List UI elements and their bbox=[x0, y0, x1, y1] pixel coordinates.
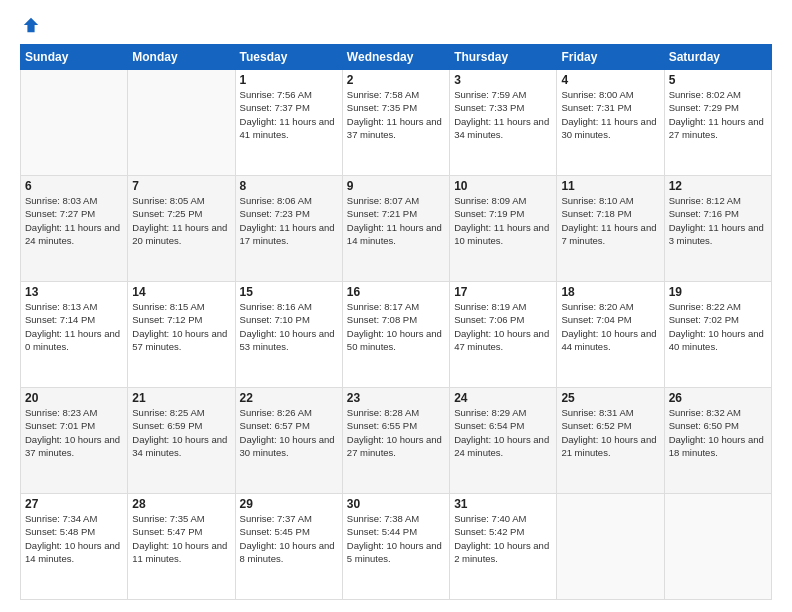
day-info: Sunrise: 7:58 AM Sunset: 7:35 PM Dayligh… bbox=[347, 88, 445, 141]
day-cell: 31Sunrise: 7:40 AM Sunset: 5:42 PM Dayli… bbox=[450, 494, 557, 600]
day-cell: 21Sunrise: 8:25 AM Sunset: 6:59 PM Dayli… bbox=[128, 388, 235, 494]
day-cell bbox=[557, 494, 664, 600]
day-number: 4 bbox=[561, 73, 659, 87]
day-cell: 5Sunrise: 8:02 AM Sunset: 7:29 PM Daylig… bbox=[664, 70, 771, 176]
col-header-saturday: Saturday bbox=[664, 45, 771, 70]
day-info: Sunrise: 8:22 AM Sunset: 7:02 PM Dayligh… bbox=[669, 300, 767, 353]
week-row-4: 20Sunrise: 8:23 AM Sunset: 7:01 PM Dayli… bbox=[21, 388, 772, 494]
logo bbox=[20, 16, 40, 34]
day-number: 20 bbox=[25, 391, 123, 405]
day-cell: 4Sunrise: 8:00 AM Sunset: 7:31 PM Daylig… bbox=[557, 70, 664, 176]
day-number: 19 bbox=[669, 285, 767, 299]
day-info: Sunrise: 8:23 AM Sunset: 7:01 PM Dayligh… bbox=[25, 406, 123, 459]
day-info: Sunrise: 7:35 AM Sunset: 5:47 PM Dayligh… bbox=[132, 512, 230, 565]
day-info: Sunrise: 8:02 AM Sunset: 7:29 PM Dayligh… bbox=[669, 88, 767, 141]
week-row-3: 13Sunrise: 8:13 AM Sunset: 7:14 PM Dayli… bbox=[21, 282, 772, 388]
day-cell bbox=[128, 70, 235, 176]
day-info: Sunrise: 8:06 AM Sunset: 7:23 PM Dayligh… bbox=[240, 194, 338, 247]
day-info: Sunrise: 8:03 AM Sunset: 7:27 PM Dayligh… bbox=[25, 194, 123, 247]
day-info: Sunrise: 7:56 AM Sunset: 7:37 PM Dayligh… bbox=[240, 88, 338, 141]
day-cell bbox=[21, 70, 128, 176]
day-cell: 1Sunrise: 7:56 AM Sunset: 7:37 PM Daylig… bbox=[235, 70, 342, 176]
day-number: 25 bbox=[561, 391, 659, 405]
day-info: Sunrise: 8:10 AM Sunset: 7:18 PM Dayligh… bbox=[561, 194, 659, 247]
day-info: Sunrise: 8:07 AM Sunset: 7:21 PM Dayligh… bbox=[347, 194, 445, 247]
day-info: Sunrise: 8:12 AM Sunset: 7:16 PM Dayligh… bbox=[669, 194, 767, 247]
day-number: 28 bbox=[132, 497, 230, 511]
day-info: Sunrise: 8:31 AM Sunset: 6:52 PM Dayligh… bbox=[561, 406, 659, 459]
day-cell: 7Sunrise: 8:05 AM Sunset: 7:25 PM Daylig… bbox=[128, 176, 235, 282]
col-header-wednesday: Wednesday bbox=[342, 45, 449, 70]
day-number: 9 bbox=[347, 179, 445, 193]
day-cell: 28Sunrise: 7:35 AM Sunset: 5:47 PM Dayli… bbox=[128, 494, 235, 600]
day-cell: 2Sunrise: 7:58 AM Sunset: 7:35 PM Daylig… bbox=[342, 70, 449, 176]
day-cell: 18Sunrise: 8:20 AM Sunset: 7:04 PM Dayli… bbox=[557, 282, 664, 388]
day-cell: 23Sunrise: 8:28 AM Sunset: 6:55 PM Dayli… bbox=[342, 388, 449, 494]
day-info: Sunrise: 8:15 AM Sunset: 7:12 PM Dayligh… bbox=[132, 300, 230, 353]
day-number: 26 bbox=[669, 391, 767, 405]
day-cell: 3Sunrise: 7:59 AM Sunset: 7:33 PM Daylig… bbox=[450, 70, 557, 176]
day-info: Sunrise: 8:17 AM Sunset: 7:08 PM Dayligh… bbox=[347, 300, 445, 353]
day-cell: 12Sunrise: 8:12 AM Sunset: 7:16 PM Dayli… bbox=[664, 176, 771, 282]
day-number: 8 bbox=[240, 179, 338, 193]
day-number: 30 bbox=[347, 497, 445, 511]
week-row-1: 1Sunrise: 7:56 AM Sunset: 7:37 PM Daylig… bbox=[21, 70, 772, 176]
day-info: Sunrise: 8:25 AM Sunset: 6:59 PM Dayligh… bbox=[132, 406, 230, 459]
day-cell: 24Sunrise: 8:29 AM Sunset: 6:54 PM Dayli… bbox=[450, 388, 557, 494]
day-number: 12 bbox=[669, 179, 767, 193]
week-row-5: 27Sunrise: 7:34 AM Sunset: 5:48 PM Dayli… bbox=[21, 494, 772, 600]
day-number: 31 bbox=[454, 497, 552, 511]
day-number: 17 bbox=[454, 285, 552, 299]
svg-marker-0 bbox=[24, 18, 38, 32]
day-number: 2 bbox=[347, 73, 445, 87]
day-number: 13 bbox=[25, 285, 123, 299]
day-number: 29 bbox=[240, 497, 338, 511]
day-number: 23 bbox=[347, 391, 445, 405]
day-cell: 11Sunrise: 8:10 AM Sunset: 7:18 PM Dayli… bbox=[557, 176, 664, 282]
logo-icon bbox=[22, 16, 40, 34]
day-number: 6 bbox=[25, 179, 123, 193]
day-cell: 19Sunrise: 8:22 AM Sunset: 7:02 PM Dayli… bbox=[664, 282, 771, 388]
day-info: Sunrise: 8:20 AM Sunset: 7:04 PM Dayligh… bbox=[561, 300, 659, 353]
day-cell: 6Sunrise: 8:03 AM Sunset: 7:27 PM Daylig… bbox=[21, 176, 128, 282]
day-number: 24 bbox=[454, 391, 552, 405]
day-info: Sunrise: 8:19 AM Sunset: 7:06 PM Dayligh… bbox=[454, 300, 552, 353]
day-number: 7 bbox=[132, 179, 230, 193]
day-number: 27 bbox=[25, 497, 123, 511]
day-info: Sunrise: 8:28 AM Sunset: 6:55 PM Dayligh… bbox=[347, 406, 445, 459]
day-cell: 8Sunrise: 8:06 AM Sunset: 7:23 PM Daylig… bbox=[235, 176, 342, 282]
day-number: 21 bbox=[132, 391, 230, 405]
day-number: 16 bbox=[347, 285, 445, 299]
header bbox=[20, 16, 772, 34]
day-info: Sunrise: 8:00 AM Sunset: 7:31 PM Dayligh… bbox=[561, 88, 659, 141]
day-cell: 17Sunrise: 8:19 AM Sunset: 7:06 PM Dayli… bbox=[450, 282, 557, 388]
day-cell: 20Sunrise: 8:23 AM Sunset: 7:01 PM Dayli… bbox=[21, 388, 128, 494]
day-info: Sunrise: 7:59 AM Sunset: 7:33 PM Dayligh… bbox=[454, 88, 552, 141]
day-info: Sunrise: 7:38 AM Sunset: 5:44 PM Dayligh… bbox=[347, 512, 445, 565]
day-info: Sunrise: 8:26 AM Sunset: 6:57 PM Dayligh… bbox=[240, 406, 338, 459]
col-header-tuesday: Tuesday bbox=[235, 45, 342, 70]
col-header-sunday: Sunday bbox=[21, 45, 128, 70]
day-number: 5 bbox=[669, 73, 767, 87]
day-info: Sunrise: 8:05 AM Sunset: 7:25 PM Dayligh… bbox=[132, 194, 230, 247]
col-header-friday: Friday bbox=[557, 45, 664, 70]
day-number: 11 bbox=[561, 179, 659, 193]
day-info: Sunrise: 8:29 AM Sunset: 6:54 PM Dayligh… bbox=[454, 406, 552, 459]
week-row-2: 6Sunrise: 8:03 AM Sunset: 7:27 PM Daylig… bbox=[21, 176, 772, 282]
col-header-monday: Monday bbox=[128, 45, 235, 70]
day-number: 14 bbox=[132, 285, 230, 299]
day-cell: 15Sunrise: 8:16 AM Sunset: 7:10 PM Dayli… bbox=[235, 282, 342, 388]
day-number: 3 bbox=[454, 73, 552, 87]
day-cell: 13Sunrise: 8:13 AM Sunset: 7:14 PM Dayli… bbox=[21, 282, 128, 388]
day-cell: 27Sunrise: 7:34 AM Sunset: 5:48 PM Dayli… bbox=[21, 494, 128, 600]
col-header-thursday: Thursday bbox=[450, 45, 557, 70]
day-info: Sunrise: 8:32 AM Sunset: 6:50 PM Dayligh… bbox=[669, 406, 767, 459]
day-number: 22 bbox=[240, 391, 338, 405]
day-cell: 14Sunrise: 8:15 AM Sunset: 7:12 PM Dayli… bbox=[128, 282, 235, 388]
day-info: Sunrise: 8:16 AM Sunset: 7:10 PM Dayligh… bbox=[240, 300, 338, 353]
day-info: Sunrise: 8:13 AM Sunset: 7:14 PM Dayligh… bbox=[25, 300, 123, 353]
day-cell: 29Sunrise: 7:37 AM Sunset: 5:45 PM Dayli… bbox=[235, 494, 342, 600]
day-cell: 30Sunrise: 7:38 AM Sunset: 5:44 PM Dayli… bbox=[342, 494, 449, 600]
day-number: 10 bbox=[454, 179, 552, 193]
day-info: Sunrise: 7:37 AM Sunset: 5:45 PM Dayligh… bbox=[240, 512, 338, 565]
